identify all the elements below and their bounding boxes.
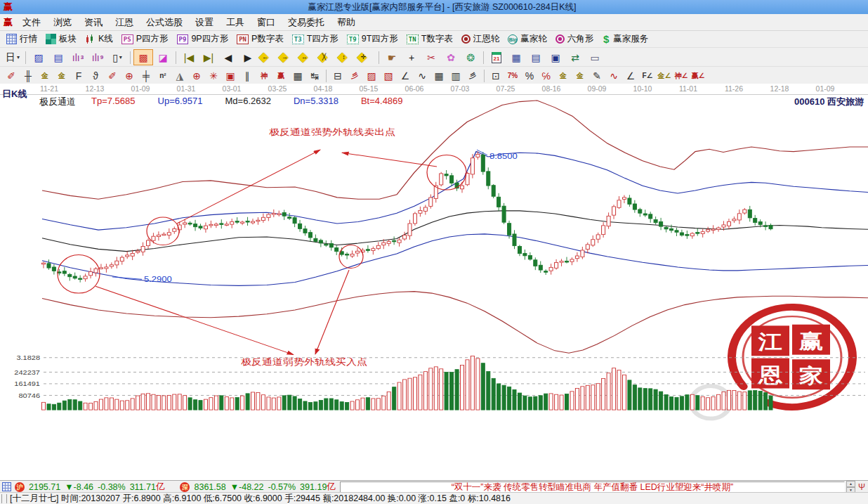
- pause-icon[interactable]: ∥: [239, 68, 256, 84]
- period-button[interactable]: 日▾: [3, 49, 22, 65]
- gold-circle-icon[interactable]: 金: [555, 68, 572, 84]
- zoom-vertical-icon[interactable]: ◆↕: [336, 50, 356, 65]
- grid2-icon[interactable]: ╪: [138, 68, 154, 84]
- f-angle-icon[interactable]: F∠: [639, 68, 656, 84]
- ying-icon[interactable]: 赢: [272, 68, 289, 84]
- menu-item-资讯[interactable]: 资讯: [78, 15, 109, 30]
- chart-area[interactable]: 江赢恩家3.182824223716149180746极反通道强势外轨线卖出点极…: [0, 84, 868, 480]
- pattern-search-icon[interactable]: ▨: [29, 49, 48, 65]
- shen-icon[interactable]: 神: [256, 68, 272, 84]
- toolbar-button-K线[interactable]: K线: [81, 32, 118, 46]
- calendar-icon[interactable]: 21: [487, 49, 506, 65]
- fibo-icon[interactable]: F: [70, 68, 87, 84]
- color-chart-icon[interactable]: ◪: [153, 49, 173, 65]
- gann-grid-icon[interactable]: ╫: [20, 68, 37, 84]
- gold-grid1-icon[interactable]: 金: [37, 68, 53, 84]
- toolbar-button-江恩轮[interactable]: 江恩轮: [458, 32, 505, 46]
- square-icon[interactable]: ▣: [222, 68, 239, 84]
- prev-page-icon[interactable]: ◀: [218, 49, 238, 65]
- cut-icon[interactable]: ✂: [421, 49, 441, 65]
- menu-item-交易委托[interactable]: 交易委托: [282, 15, 331, 30]
- wave-icon[interactable]: ∿: [414, 68, 430, 84]
- measure-icon[interactable]: ↹: [306, 68, 323, 84]
- toolbar-button-赢家服务[interactable]: 赢家服务: [598, 32, 653, 46]
- menu-item-工具[interactable]: 工具: [220, 15, 251, 30]
- menu-item-公式选股[interactable]: 公式选股: [140, 15, 189, 30]
- kline-chart-canvas[interactable]: 江赢恩家3.182824223716149180746极反通道强势外轨线卖出点极…: [0, 84, 868, 480]
- menu-item-设置[interactable]: 设置: [189, 15, 220, 30]
- trend-pen-icon[interactable]: ✎: [588, 68, 605, 84]
- grid-dense-icon[interactable]: ▦: [430, 68, 447, 84]
- last-page-icon[interactable]: ▶|: [199, 49, 218, 65]
- print-icon[interactable]: ▭: [585, 49, 605, 65]
- calculator-icon[interactable]: ▦: [506, 49, 526, 65]
- toolbar-button-9T四方形[interactable]: T99T四方形: [343, 32, 403, 46]
- toolbar-button-P数字表[interactable]: PNP数字表: [233, 32, 289, 46]
- info-doc-icon[interactable]: ▤: [48, 49, 68, 65]
- grid-sparse-icon[interactable]: ▥: [447, 68, 464, 84]
- draw-pen-icon[interactable]: ✐: [3, 68, 20, 84]
- menu-item-帮助[interactable]: 帮助: [331, 15, 362, 30]
- j-angle-icon[interactable]: ∠: [622, 68, 639, 84]
- stamp-icon[interactable]: ✿: [441, 49, 461, 65]
- first-page-icon[interactable]: |◀: [179, 49, 199, 65]
- menu-item-文件[interactable]: 文件: [16, 15, 47, 30]
- crosshair-icon[interactable]: +: [402, 49, 421, 65]
- export-icon[interactable]: ⇄: [565, 49, 585, 65]
- gann-circle-icon[interactable]: ⊕: [121, 68, 138, 84]
- spinner-up-button[interactable]: ▲: [846, 481, 855, 487]
- wave2-icon[interactable]: ∿: [605, 68, 622, 84]
- angle-line-icon[interactable]: ∠: [397, 68, 414, 84]
- gann-box-icon[interactable]: ▨: [363, 68, 380, 84]
- zoom-horizontal-icon[interactable]: ◆↔: [297, 50, 317, 65]
- toolbar-button-T四方形[interactable]: T3T四方形: [289, 32, 343, 46]
- zoom-compress-icon[interactable]: ◆╳: [317, 50, 336, 65]
- toolbar-button-板块[interactable]: 板块: [42, 32, 81, 46]
- bars9-icon[interactable]: ılı9: [88, 49, 107, 65]
- ruler-icon[interactable]: ▦: [289, 68, 306, 84]
- save-icon[interactable]: ▣: [546, 49, 565, 65]
- gold-angle-icon[interactable]: 金∠: [656, 68, 673, 84]
- percent-icon[interactable]: %: [521, 68, 538, 84]
- star-icon[interactable]: ✳: [205, 68, 222, 84]
- gold-line-icon[interactable]: 金: [572, 68, 588, 84]
- quote-grid-icon[interactable]: [2, 482, 11, 491]
- app-menu-icon[interactable]: 赢: [0, 16, 16, 29]
- toolbar-button-六角形[interactable]: 六角形: [552, 32, 599, 46]
- zoom-right-icon[interactable]: ◆→: [277, 50, 297, 65]
- toolbar-button-行情[interactable]: 行情: [3, 32, 42, 46]
- shen-angle-icon[interactable]: 神∠: [673, 68, 690, 84]
- bars3-icon[interactable]: ılı3: [68, 49, 88, 65]
- zoom-left-icon[interactable]: ◆←: [258, 50, 277, 65]
- sphere-icon[interactable]: ❂: [461, 49, 480, 65]
- candle-style-button[interactable]: ▯▾: [107, 49, 127, 65]
- menu-item-窗口[interactable]: 窗口: [251, 15, 282, 30]
- gann-square-icon[interactable]: ▧: [380, 68, 397, 84]
- toolbar-button-9P四方形[interactable]: P99P四方形: [173, 32, 234, 46]
- menu-item-浏览[interactable]: 浏览: [47, 15, 78, 30]
- n2-icon[interactable]: n²: [154, 68, 171, 84]
- zoom-all-icon[interactable]: ◆✛: [356, 50, 376, 65]
- toolbar-button-P四方形[interactable]: PSP四方形: [118, 32, 173, 46]
- fan-icon[interactable]: 彡: [346, 68, 363, 84]
- target-icon[interactable]: ⊕: [188, 68, 205, 84]
- shanghai-index-icon[interactable]: 沪: [15, 482, 25, 492]
- channel-icon[interactable]: ⊟: [329, 68, 346, 84]
- ying-angle-icon[interactable]: 赢∠: [690, 68, 706, 84]
- angle-pen-icon[interactable]: ✐: [104, 68, 121, 84]
- pattern-red-icon[interactable]: ▩: [133, 49, 153, 65]
- notes-icon[interactable]: ▤: [526, 49, 546, 65]
- pct-line-icon[interactable]: ℅: [538, 68, 555, 84]
- triangle-icon[interactable]: ◮: [171, 68, 188, 84]
- menu-item-江恩[interactable]: 江恩: [109, 15, 140, 30]
- hatch-icon[interactable]: 彡: [464, 68, 481, 84]
- toolbar-button-赢家轮[interactable]: 赢家轮: [504, 32, 552, 46]
- toolbar-button-T数字表[interactable]: TNT数字表: [403, 32, 458, 46]
- hand-icon[interactable]: ☛: [382, 49, 402, 65]
- gold-grid2-icon[interactable]: 金: [53, 68, 70, 84]
- spiral-icon[interactable]: ϑ: [87, 68, 104, 84]
- shenzhen-index-icon[interactable]: 深: [180, 482, 190, 492]
- seven-pct-icon[interactable]: 7%: [504, 68, 521, 84]
- box-percent-icon[interactable]: ⊡: [487, 68, 504, 84]
- next-page-icon[interactable]: ▶: [238, 49, 258, 65]
